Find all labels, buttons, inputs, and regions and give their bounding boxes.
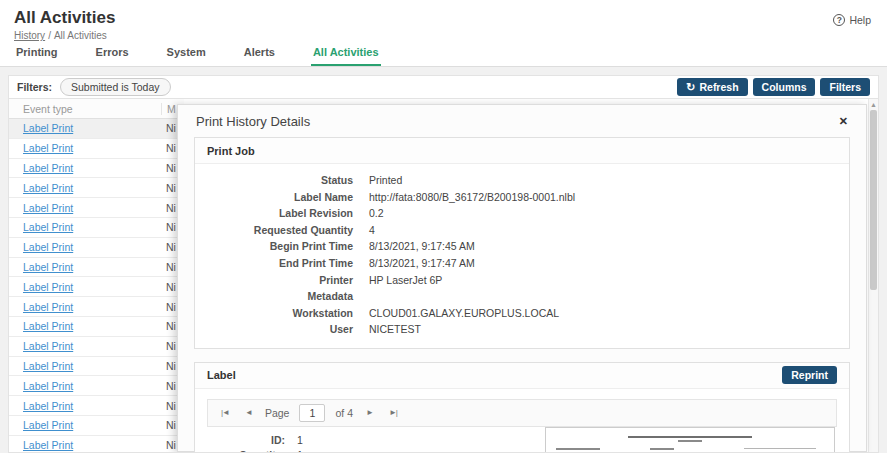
tab-printing[interactable]: Printing <box>14 42 60 66</box>
field-label: Label Revision <box>195 205 353 222</box>
field-label: User <box>195 321 353 338</box>
field-value: 8/13/2021, 9:17:45 AM <box>369 238 475 255</box>
refresh-button[interactable]: ↻ Refresh <box>677 78 747 96</box>
field-value: HP LaserJet 6P <box>369 272 442 289</box>
field-value: Printed <box>369 172 402 189</box>
table-row: Label Print Ni <box>9 119 184 139</box>
prev-page-icon[interactable]: ◄ <box>242 408 255 417</box>
print-job-field-row: Metadata <box>195 288 849 305</box>
field-label: Metadata <box>195 288 353 305</box>
filters-bar: Filters: Submitted is Today ↻ Refresh Co… <box>8 75 879 98</box>
label-pagination: |◄ ◄ Page of 4 ► ►| <box>207 399 837 427</box>
event-link[interactable]: Label Print <box>23 340 73 352</box>
print-history-details-panel: Print History Details ✕ Print Job Status… <box>177 104 867 452</box>
breadcrumb-current: All Activities <box>54 30 107 41</box>
event-link[interactable]: Label Print <box>23 380 73 392</box>
event-link[interactable]: Label Print <box>23 301 73 313</box>
page-scrollbar[interactable]: ▲ <box>868 99 878 452</box>
event-link[interactable]: Label Print <box>23 182 73 194</box>
field-label: Requested Quantity <box>195 222 353 239</box>
table-row: Label Print Ni <box>9 198 184 218</box>
table-row: Label Print Ni <box>9 178 184 198</box>
field-label: Status <box>195 172 353 189</box>
filters-label: Filters: <box>17 81 52 93</box>
field-value: CLOUD01.GALAXY.EUROPLUS.LOCAL <box>369 305 559 322</box>
toolbar: ↻ Refresh Columns Filters <box>677 78 870 96</box>
field-label: Workstation <box>195 305 353 322</box>
next-page-icon[interactable]: ► <box>363 408 376 417</box>
table-row: Label Print Ni <box>9 416 184 436</box>
page-header: All Activities History/All Activities ? … <box>0 0 887 42</box>
event-link[interactable]: Label Print <box>23 221 73 233</box>
breadcrumb-separator: / <box>48 30 51 41</box>
page-title: All Activities <box>14 8 873 28</box>
table-row: Label Print Ni <box>9 376 184 396</box>
help-label: Help <box>849 14 871 26</box>
print-job-field-row: User NICETEST <box>195 321 849 338</box>
event-link[interactable]: Label Print <box>23 360 73 372</box>
close-icon[interactable]: ✕ <box>839 115 848 128</box>
event-link[interactable]: Label Print <box>23 261 73 273</box>
info-label: ID: <box>207 433 285 448</box>
tab-bar: Printing Errors System Alerts All Activi… <box>0 42 887 67</box>
event-link[interactable]: Label Print <box>23 281 73 293</box>
label-heading: Label <box>207 369 236 381</box>
page-label: Page <box>265 407 290 419</box>
event-link[interactable]: Label Print <box>23 162 73 174</box>
event-link[interactable]: Label Print <box>23 241 73 253</box>
table-row: Label Print Ni <box>9 277 184 297</box>
event-link[interactable]: Label Print <box>23 122 73 134</box>
table-row: Label Print Ni <box>9 396 184 416</box>
refresh-icon: ↻ <box>686 82 695 92</box>
tab-errors[interactable]: Errors <box>94 42 131 66</box>
help-link[interactable]: ? Help <box>833 14 871 26</box>
print-job-field-row: Printer HP LaserJet 6P <box>195 272 849 289</box>
print-job-field-row: Workstation CLOUD01.GALAXY.EUROPLUS.LOCA… <box>195 305 849 322</box>
label-section: Label Reprint |◄ ◄ Page of 4 ► ►| ID: 1 <box>194 362 850 453</box>
table-row: Label Print Ni <box>9 218 184 238</box>
field-label: End Print Time <box>195 255 353 272</box>
event-link[interactable]: Label Print <box>23 439 73 451</box>
help-icon: ? <box>833 14 845 26</box>
tab-all-activities[interactable]: All Activities <box>311 42 381 66</box>
filter-chip-submitted-today[interactable]: Submitted is Today <box>60 78 171 96</box>
last-page-icon[interactable]: ►| <box>386 408 400 417</box>
scrollbar-up-icon[interactable]: ▲ <box>869 99 878 108</box>
print-job-field-row: End Print Time 8/13/2021, 9:17:47 AM <box>195 255 849 272</box>
table-row: Label Print Ni <box>9 258 184 278</box>
event-link[interactable]: Label Print <box>23 419 73 431</box>
event-link[interactable]: Label Print <box>23 320 73 332</box>
field-label: Label Name <box>195 189 353 206</box>
field-value: 8/13/2021, 9:17:47 AM <box>369 255 475 272</box>
print-job-field-row: Begin Print Time 8/13/2021, 9:17:45 AM <box>195 238 849 255</box>
reprint-button[interactable]: Reprint <box>782 366 837 384</box>
table-row: Label Print Ni <box>9 159 184 179</box>
table-row: Label Print Ni <box>9 337 184 357</box>
tab-system[interactable]: System <box>165 42 208 66</box>
event-link[interactable]: Label Print <box>23 142 73 154</box>
column-header-event-type[interactable]: Event type <box>9 103 161 115</box>
filters-button[interactable]: Filters <box>820 78 870 96</box>
print-job-field-row: Status Printed <box>195 172 849 189</box>
event-link[interactable]: Label Print <box>23 400 73 412</box>
label-preview: FR DE <box>545 427 835 453</box>
print-job-heading: Print Job <box>207 145 255 157</box>
page-input[interactable] <box>299 404 325 422</box>
print-job-field-row: Requested Quantity 4 <box>195 222 849 239</box>
print-job-field-row: Label Revision 0.2 <box>195 205 849 222</box>
event-link[interactable]: Label Print <box>23 202 73 214</box>
table-row: Label Print Ni <box>9 357 184 377</box>
table-row: Label Print Ni <box>9 238 184 258</box>
tab-alerts[interactable]: Alerts <box>242 42 277 66</box>
table-row: Label Print Ni <box>9 317 184 337</box>
breadcrumb-history-link[interactable]: History <box>14 30 45 41</box>
first-page-icon[interactable]: |◄ <box>218 408 232 417</box>
info-value: 1 <box>297 433 303 448</box>
columns-button[interactable]: Columns <box>753 78 816 96</box>
field-label: Begin Print Time <box>195 238 353 255</box>
event-table-header: Event type M <box>9 99 184 119</box>
scrollbar-thumb[interactable] <box>870 110 877 290</box>
print-job-field-row: Label Name http://fata:8080/B_36172/B200… <box>195 189 849 206</box>
table-row: Label Print Ni <box>9 297 184 317</box>
panel-title: Print History Details <box>196 114 310 129</box>
